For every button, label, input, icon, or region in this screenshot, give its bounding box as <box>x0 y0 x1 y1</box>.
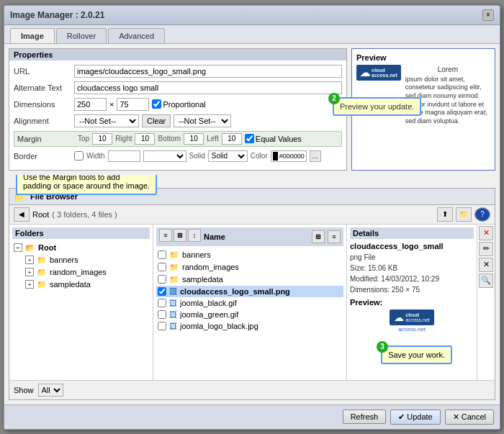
color-picker[interactable]: #000000 <box>271 150 307 162</box>
show-label: Show <box>14 386 34 394</box>
file-joomla-logo-black[interactable]: 🖼 joomla_logo_black.jpg <box>156 320 343 332</box>
tab-rollover[interactable]: Rollover <box>56 28 107 43</box>
close-button[interactable]: × <box>482 9 494 21</box>
align-label: Alignment <box>14 117 71 125</box>
zoom-btn[interactable]: 🔍 <box>479 273 493 288</box>
border-width[interactable] <box>108 150 140 162</box>
badge-3: 3 <box>377 341 388 353</box>
folder-sampledata[interactable]: + 📁 sampledata <box>12 279 150 291</box>
file-cloudaccess-name: cloudaccess_logo_small.png <box>180 287 290 296</box>
preview-title: Preview <box>356 53 490 62</box>
margin-right[interactable] <box>135 133 155 145</box>
file-joomla-green-name: joomla_green.gif <box>180 310 238 319</box>
equal-values-label: Equal Values <box>245 134 302 143</box>
help-button[interactable]: ? <box>474 207 490 222</box>
color-label: Color <box>251 152 268 160</box>
file-joomla-black-name: joomla_black.gif <box>180 299 237 307</box>
tab-bar: Image Rollover Advanced <box>4 25 500 44</box>
equal-values-checkbox[interactable] <box>245 134 254 143</box>
sort-btn[interactable]: ↕ <box>188 229 201 242</box>
file-checkbox-sampledata[interactable] <box>158 275 166 284</box>
details-header: Details <box>350 227 474 239</box>
tab-advanced[interactable]: Advanced <box>108 28 165 43</box>
update-button[interactable]: ✔ Update <box>390 410 441 425</box>
cloud-icon-detail: ☁ <box>394 312 404 323</box>
file-checkbox-joomla-green[interactable] <box>158 310 166 319</box>
file-cloudaccess[interactable]: 🖼 cloudaccess_logo_small.png <box>156 286 343 297</box>
files-view-btn[interactable]: ⊞ <box>312 230 325 243</box>
bottom-label: Bottom <box>158 135 181 143</box>
clear-button[interactable]: Clear <box>142 114 171 127</box>
tab-image[interactable]: Image <box>10 28 55 43</box>
height-input[interactable] <box>117 98 149 111</box>
file-img-icon2: 🖼 <box>169 299 177 307</box>
new-folder-button[interactable]: 📁 <box>456 207 472 222</box>
image-manager-window: Image Manager : 2.0.21 × Image Rollover … <box>4 5 500 430</box>
folder-random-images[interactable]: + 📁 random_images <box>12 266 150 279</box>
edit-btn[interactable]: ✏ <box>479 242 493 256</box>
file-img-icon3: 🖼 <box>169 310 177 319</box>
preview-content: ☁ cloud access.net Lorem ipsum dolor sit… <box>356 65 490 126</box>
refresh-button[interactable]: Refresh <box>343 410 387 424</box>
tooltip-margin: 1 Use the Margin tools to add padding or… <box>16 175 157 195</box>
margin-top[interactable] <box>92 133 112 145</box>
resize-btn[interactable]: ✕ <box>479 258 493 272</box>
random-label: random_images <box>50 268 107 276</box>
align2-select[interactable]: --Not Set-- <box>174 114 231 127</box>
folder-banners[interactable]: + 📁 banners <box>12 254 150 266</box>
files-list-btn[interactable]: ≡ <box>328 230 341 243</box>
side-buttons: ✕ ✏ ✕ 🔍 <box>477 225 495 380</box>
file-img-icon4: 🖼 <box>169 322 177 330</box>
file-checkbox-random[interactable] <box>158 263 166 271</box>
border-checkbox[interactable] <box>74 151 84 161</box>
color-picker-btn[interactable]: … <box>310 150 321 162</box>
expand-random[interactable]: + <box>25 268 34 276</box>
cloud-icon: ☁ <box>360 67 370 78</box>
dim-label: Dimensions <box>14 100 71 109</box>
width-input[interactable] <box>74 98 107 111</box>
details-preview-label: Preview: <box>350 298 474 307</box>
back-button[interactable]: ◀ <box>14 207 30 222</box>
view-grid-btn[interactable]: ⊞ <box>174 229 186 242</box>
delete-btn[interactable]: ✕ <box>479 226 493 240</box>
alt-input[interactable] <box>74 81 342 94</box>
color-value: #000000 <box>279 153 305 160</box>
align-select[interactable]: --Not Set-- Left Center Right <box>74 114 139 127</box>
view-list-btn[interactable]: ≡ <box>159 229 172 242</box>
expand-banners[interactable]: + <box>25 256 34 264</box>
proportional-checkbox[interactable] <box>152 99 161 109</box>
show-select[interactable]: All <box>38 384 63 397</box>
random-icon: 📁 <box>37 268 47 277</box>
file-banners[interactable]: 📁 banners <box>156 249 343 261</box>
file-random-images[interactable]: 📁 random_images <box>156 261 343 273</box>
border-solid-select[interactable]: Solid <box>208 150 248 162</box>
file-checkbox-joomla-black[interactable] <box>158 299 166 307</box>
folder-root[interactable]: − 📂 Root <box>12 242 150 254</box>
expand-root[interactable]: − <box>14 243 22 252</box>
file-joomla-green[interactable]: 🖼 joomla_green.gif <box>156 309 343 320</box>
margin-left[interactable] <box>222 133 242 145</box>
file-sampledata[interactable]: 📁 sampledata <box>156 273 343 286</box>
url-input[interactable] <box>74 65 342 78</box>
expand-sampledata[interactable]: + <box>25 280 34 289</box>
tooltip-2-text: Preview your update. <box>340 102 414 111</box>
border-style-select[interactable] <box>143 150 186 162</box>
alignment-row: Alignment --Not Set-- Left Center Right … <box>14 114 342 127</box>
color-swatch <box>273 152 278 161</box>
files-header: ≡ ⊞ ↕ Name ⊞ ≡ <box>156 227 343 246</box>
root-folder-label: Root <box>38 243 56 252</box>
file-checkbox-joomla-logo[interactable] <box>158 322 166 330</box>
cancel-button[interactable]: ✕ Cancel <box>445 410 494 425</box>
margin-bottom[interactable] <box>184 133 204 145</box>
file-random-name: random_images <box>182 263 239 271</box>
details-preview-img: ☁ cloud access.net access.net <box>350 309 474 333</box>
upload-button[interactable]: ⬆ <box>437 207 453 222</box>
file-checkbox-cloudaccess[interactable] <box>158 287 166 296</box>
file-checkbox-banners[interactable] <box>158 250 166 259</box>
file-joomla-logo-name: joomla_logo_black.jpg <box>180 322 258 330</box>
left-label: Left <box>207 135 219 143</box>
details-dimensions: Dimensions: 250 × 75 <box>350 284 474 295</box>
file-joomla-black[interactable]: 🖼 joomla_black.gif <box>156 297 343 309</box>
right-label: Right <box>115 135 132 143</box>
details-header-label: Details <box>353 229 379 238</box>
